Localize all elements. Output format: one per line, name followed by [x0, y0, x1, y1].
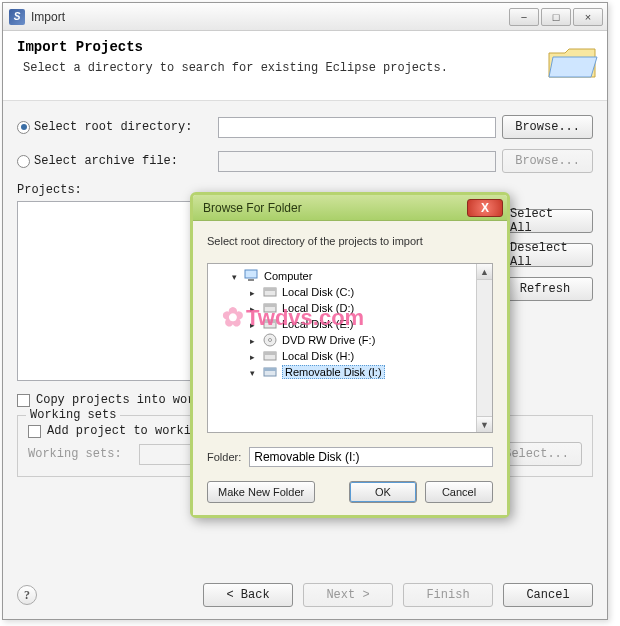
deselect-all-button[interactable]: Deselect All — [497, 243, 593, 267]
wizard-footer: ? < Back Next > Finish Cancel — [17, 583, 593, 607]
expand-icon[interactable]: ▸ — [246, 319, 258, 330]
make-new-folder-button[interactable]: Make New Folder — [207, 481, 315, 503]
disk-icon — [262, 301, 278, 315]
root-directory-label: Select root directory: — [34, 120, 192, 134]
svg-rect-13 — [264, 368, 276, 371]
tree-item[interactable]: ▾Removable Disk (I:) — [210, 364, 490, 380]
archive-file-radio[interactable] — [17, 155, 30, 168]
projects-side-buttons: Select All Deselect All Refresh — [497, 209, 593, 301]
window-title: Import — [31, 10, 509, 24]
tree-item-label: Local Disk (D:) — [282, 302, 354, 314]
folder-input[interactable] — [249, 447, 493, 467]
archive-browse-button: Browse... — [502, 149, 593, 173]
svg-rect-3 — [264, 288, 276, 291]
folder-label: Folder: — [207, 451, 241, 463]
archive-file-input[interactable] — [218, 151, 496, 172]
svg-rect-5 — [264, 304, 276, 307]
dialog-cancel-button[interactable]: Cancel — [425, 481, 493, 503]
svg-rect-0 — [245, 270, 257, 278]
next-button: Next > — [303, 583, 393, 607]
archive-file-label: Select archive file: — [34, 154, 178, 168]
dialog-title: Browse For Folder — [203, 201, 302, 215]
tree-item-label: Local Disk (E:) — [282, 318, 354, 330]
tree-item-label: Local Disk (C:) — [282, 286, 354, 298]
finish-button: Finish — [403, 583, 493, 607]
scroll-down-icon[interactable]: ▼ — [477, 416, 492, 432]
help-icon[interactable]: ? — [17, 585, 37, 605]
removable-icon — [262, 365, 278, 379]
tree-item[interactable]: ▸Local Disk (D:) — [210, 300, 490, 316]
dialog-titlebar[interactable]: Browse For Folder X — [193, 195, 507, 221]
disk-icon — [262, 285, 278, 299]
expand-icon[interactable]: ▸ — [246, 335, 258, 346]
folder-icon — [545, 37, 599, 83]
computer-icon — [244, 269, 260, 283]
maximize-button[interactable]: □ — [541, 8, 571, 26]
svg-rect-7 — [264, 320, 276, 323]
back-button[interactable]: < Back — [203, 583, 293, 607]
app-icon: S — [9, 9, 25, 25]
working-sets-legend: Working sets — [26, 408, 120, 422]
scroll-up-icon[interactable]: ▲ — [477, 264, 492, 280]
disk-icon — [262, 317, 278, 331]
tree-item-label: Computer — [264, 270, 312, 282]
tree-item[interactable]: ▸Local Disk (C:) — [210, 284, 490, 300]
root-directory-radio[interactable] — [17, 121, 30, 134]
tree-item[interactable]: ▸Local Disk (H:) — [210, 348, 490, 364]
close-button[interactable]: × — [573, 8, 603, 26]
page-title: Import Projects — [17, 39, 593, 55]
scrollbar[interactable]: ▲ ▼ — [476, 264, 492, 432]
cancel-button[interactable]: Cancel — [503, 583, 593, 607]
root-directory-input[interactable] — [218, 117, 496, 138]
select-all-button[interactable]: Select All — [497, 209, 593, 233]
wizard-header: Import Projects Select a directory to se… — [3, 31, 607, 101]
expand-icon[interactable]: ▾ — [228, 271, 240, 282]
svg-rect-11 — [264, 352, 276, 355]
copy-projects-checkbox[interactable] — [17, 394, 30, 407]
ok-button[interactable]: OK — [349, 481, 417, 503]
browse-folder-dialog: Browse For Folder X Select root director… — [190, 192, 510, 518]
expand-icon[interactable]: ▾ — [246, 367, 258, 378]
window-controls: − □ × — [509, 8, 603, 26]
tree-item[interactable]: ▾Computer — [210, 268, 490, 284]
working-sets-label: Working sets: — [28, 447, 133, 461]
expand-icon[interactable]: ▸ — [246, 287, 258, 298]
dialog-close-button[interactable]: X — [467, 199, 503, 217]
add-to-working-set-checkbox[interactable] — [28, 425, 41, 438]
svg-rect-1 — [248, 279, 254, 281]
titlebar[interactable]: S Import − □ × — [3, 3, 607, 31]
expand-icon[interactable]: ▸ — [246, 303, 258, 314]
disk-icon — [262, 349, 278, 363]
tree-item[interactable]: ▸DVD RW Drive (F:) — [210, 332, 490, 348]
tree-item-label: Removable Disk (I:) — [282, 365, 385, 379]
root-browse-button[interactable]: Browse... — [502, 115, 593, 139]
svg-point-9 — [269, 339, 272, 342]
tree-item-label: DVD RW Drive (F:) — [282, 334, 375, 346]
dvd-icon — [262, 333, 278, 347]
dialog-message: Select root directory of the projects to… — [207, 235, 493, 247]
tree-item[interactable]: ▸Local Disk (E:) — [210, 316, 490, 332]
page-subtitle: Select a directory to search for existin… — [23, 61, 593, 75]
minimize-button[interactable]: − — [509, 8, 539, 26]
folder-tree[interactable]: ▾Computer▸Local Disk (C:)▸Local Disk (D:… — [207, 263, 493, 433]
expand-icon[interactable]: ▸ — [246, 351, 258, 362]
tree-item-label: Local Disk (H:) — [282, 350, 354, 362]
refresh-button[interactable]: Refresh — [497, 277, 593, 301]
